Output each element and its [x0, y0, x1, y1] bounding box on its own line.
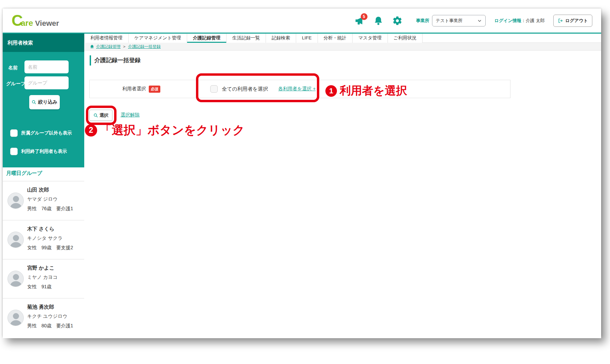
- logo-viewer: Viewer: [35, 19, 59, 28]
- page-content: 介護記録一括登録 利用者選択 必須 全ての利用者を選択 各利用者を選択 + 選択: [84, 51, 601, 338]
- tab-analysis[interactable]: 分析・統計: [318, 34, 353, 43]
- group-label: グループ: [6, 81, 25, 87]
- group-title: 月曜日グループ: [6, 170, 42, 177]
- user-kana: キノシタ サクラ: [27, 235, 62, 241]
- select-all-users-label: 全ての利用者を選択: [222, 86, 268, 92]
- step2-number-badge: 2: [85, 124, 97, 136]
- show-ended-users-checkbox-row[interactable]: 利用終了利用者も表示: [10, 148, 67, 155]
- breadcrumb-separator: ＞: [122, 44, 126, 50]
- breadcrumb-link-care-records[interactable]: 介護記録管理: [96, 44, 121, 50]
- user-avatar: [7, 310, 24, 326]
- tab-life-records[interactable]: 生活記録一覧: [227, 34, 266, 43]
- main-nav-tabs: 利用者情報管理 ケアマネジメント管理 介護記録管理 生活記録一覧 記録検索 LI…: [84, 34, 601, 43]
- app-body: 利用者検索 名前 グループ 絞り込み 所属グループ以外も表示 利用終了利用者も表…: [3, 33, 601, 337]
- gear-icon[interactable]: [392, 16, 402, 26]
- care-viewer-logo[interactable]: Care Viewer: [12, 14, 59, 28]
- user-name: 山田 次郎: [27, 187, 49, 193]
- tab-user-info[interactable]: 利用者情報管理: [84, 34, 129, 43]
- office-select-value: テスト事業所: [436, 18, 463, 24]
- home-icon: [90, 44, 94, 49]
- step2-text: 「選択」ボタンをクリック: [100, 122, 245, 138]
- search-icon: [93, 113, 98, 118]
- login-info-label: ログイン情報: [495, 18, 521, 24]
- person-icon: [8, 193, 24, 209]
- filter-button[interactable]: 絞り込み: [29, 95, 60, 109]
- tab-life[interactable]: LIFE: [296, 34, 318, 43]
- user-select-label-cell: 利用者選択 必須: [90, 86, 193, 93]
- select-each-user-link[interactable]: 各利用者を選択 +: [278, 86, 316, 92]
- user-kana: ミヤノ カヨコ: [27, 274, 58, 280]
- sidebar-title: 利用者検索: [3, 34, 84, 52]
- name-input[interactable]: [24, 60, 69, 73]
- user-details: 女性 99歳 要支援2: [27, 245, 73, 251]
- app-window: Care Viewer 5 事業所: [3, 8, 601, 337]
- logout-icon: [558, 18, 563, 23]
- show-ended-users-label: 利用終了利用者も表示: [21, 148, 67, 154]
- gear-glyph-icon: [392, 16, 402, 26]
- user-card[interactable]: 木下 さくら キノシタ サクラ 女性 99歳 要支援2: [3, 220, 84, 259]
- tab-record-search[interactable]: 記録検索: [266, 34, 296, 43]
- user-avatar: [7, 232, 24, 248]
- user-kana: キクチ ユウジロウ: [27, 313, 68, 320]
- tab-care-management[interactable]: ケアマネジメント管理: [129, 34, 187, 43]
- user-list: 月曜日グループ 山田 次郎 ヤマダ ジロウ 男性 76歳 要介護1 木下 さくら…: [3, 167, 84, 338]
- office-label: 事業所: [416, 18, 429, 24]
- annotation-step2: 2 「選択」ボタンをクリック: [85, 122, 245, 138]
- login-info: ログイン情報 ：介護 太郎: [495, 18, 545, 24]
- logout-label: ログアウト: [565, 18, 588, 24]
- chevron-down-icon: [477, 18, 482, 23]
- user-details: 男性 76歳 要介護1: [27, 206, 73, 212]
- tab-master[interactable]: マスタ管理: [353, 34, 388, 43]
- show-other-groups-checkbox[interactable]: [10, 129, 18, 137]
- group-input[interactable]: [24, 76, 69, 89]
- bell-icon[interactable]: [373, 16, 383, 26]
- person-icon: [8, 271, 24, 287]
- user-select-label: 利用者選択: [122, 86, 146, 92]
- user-name: 木下 さくら: [27, 226, 54, 232]
- user-search-sidebar: 利用者検索 名前 グループ 絞り込み 所属グループ以外も表示 利用終了利用者も表…: [3, 34, 84, 338]
- search-icon: [32, 100, 36, 105]
- breadcrumb: 介護記録管理 ＞ 介護記録一括登録: [84, 43, 601, 51]
- name-label: 名前: [8, 65, 18, 71]
- show-other-groups-checkbox-row[interactable]: 所属グループ以外も表示: [10, 129, 72, 137]
- show-ended-users-checkbox[interactable]: [10, 148, 18, 155]
- user-card[interactable]: 宮野 かよこ ミヤノ カヨコ 女性 91歳: [3, 259, 84, 298]
- user-details: 女性 91歳: [27, 284, 52, 290]
- tab-care-records[interactable]: 介護記録管理: [187, 34, 227, 43]
- user-name: 宮野 かよこ: [27, 265, 54, 271]
- user-card[interactable]: 菊池 勇次郎 キクチ ユウジロウ 男性 80歳 要介護1: [3, 298, 84, 338]
- show-other-groups-label: 所属グループ以外も表示: [21, 130, 72, 136]
- user-avatar: [7, 271, 24, 287]
- user-name: 菊池 勇次郎: [27, 304, 54, 310]
- logout-button[interactable]: ログアウト: [553, 15, 592, 27]
- notification-count-badge: 5: [361, 13, 367, 20]
- select-all-users-checkbox[interactable]: [210, 85, 218, 93]
- clear-selection-link[interactable]: 選択解除: [121, 112, 140, 118]
- filter-button-label: 絞り込み: [38, 99, 57, 105]
- sidebar-search-panel: 利用者検索 名前 グループ 絞り込み 所属グループ以外も表示 利用終了利用者も表…: [3, 34, 84, 167]
- user-details: 男性 80歳 要介護1: [27, 323, 73, 329]
- main-area: 利用者情報管理 ケアマネジメント管理 介護記録管理 生活記録一覧 記録検索 LI…: [84, 34, 601, 338]
- page-title: 介護記録一括登録: [90, 55, 141, 66]
- office-select[interactable]: テスト事業所: [432, 15, 486, 26]
- app-header: Care Viewer 5 事業所: [3, 8, 601, 33]
- tab-usage[interactable]: ご利用状況: [388, 34, 423, 43]
- user-avatar: [7, 193, 24, 209]
- select-all-group: 全ての利用者を選択 各利用者を選択 +: [210, 85, 316, 93]
- user-select-panel: 利用者選択 必須 全ての利用者を選択 各利用者を選択 +: [89, 80, 510, 98]
- required-badge: 必須: [149, 86, 160, 93]
- logo-are: are: [21, 18, 33, 28]
- office-selector: 事業所 テスト事業所: [416, 15, 486, 26]
- bell-glyph-icon: [373, 16, 383, 26]
- person-icon: [8, 310, 24, 326]
- select-button[interactable]: 選択: [89, 110, 112, 121]
- announcement-megaphone-icon[interactable]: 5: [354, 16, 364, 26]
- login-info-value: ：介護 太郎: [521, 18, 545, 24]
- select-button-label: 選択: [100, 112, 108, 119]
- person-icon: [8, 232, 24, 248]
- header-actions: 5 事業所 テスト事業所 ログイン情報: [354, 15, 592, 27]
- user-kana: ヤマダ ジロウ: [27, 196, 58, 202]
- breadcrumb-link-bulk-register[interactable]: 介護記録一括登録: [128, 44, 161, 50]
- user-card[interactable]: 山田 次郎 ヤマダ ジロウ 男性 76歳 要介護1: [3, 181, 84, 220]
